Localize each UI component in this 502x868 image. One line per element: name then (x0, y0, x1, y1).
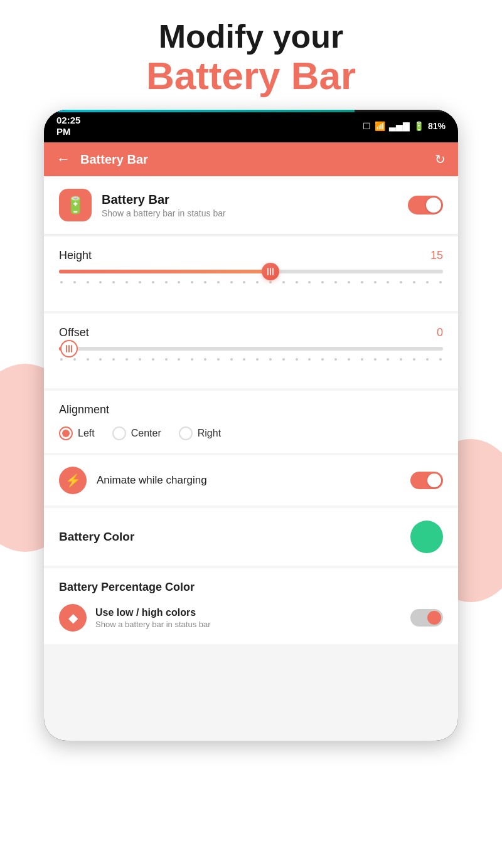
app-toolbar: ← Battery Bar ↻ (44, 142, 458, 176)
battery-bar-desc: Show a battery bar in status bar (102, 208, 408, 218)
status-icons: ☐ 📶 ▃▅▇ 🔋 81% (363, 121, 446, 131)
battery-bar-info: Battery Bar Show a battery bar in status… (102, 193, 408, 218)
battery-color-card[interactable]: Battery Color (44, 508, 458, 566)
animate-label: Animate while charging (97, 474, 400, 487)
use-colors-desc: Show a battery bar in status bar (95, 620, 402, 629)
height-value: 15 (430, 249, 443, 262)
offset-label: Offset (59, 326, 89, 339)
offset-slider-container (59, 347, 443, 366)
battery-bar-fill (44, 110, 355, 112)
animate-icon: ⚡ (65, 473, 81, 488)
offset-setting-section: Offset 0 (44, 314, 458, 388)
battery-color-label: Battery Color (59, 530, 134, 544)
offset-slider-thumb[interactable] (60, 340, 78, 357)
phone-icon: ☐ (363, 121, 371, 131)
status-time: 02:25 PM (56, 115, 80, 137)
slider-thumb-lines (267, 268, 274, 275)
radio-left-outer (59, 426, 73, 440)
phone-frame: 02:25 PM ☐ 📶 ▃▅▇ 🔋 81% ← Battery Bar ↻ 🔋 (44, 110, 458, 741)
radio-center-label: Center (131, 428, 161, 439)
height-slider-dots (59, 278, 443, 283)
use-colors-info: Use low / high colors Show a battery bar… (95, 607, 402, 629)
height-slider-track[interactable] (59, 270, 443, 273)
animate-toggle[interactable] (410, 472, 443, 489)
alignment-section: Alignment Left Center Right (44, 391, 458, 453)
signal-icon: ▃▅▇ (389, 121, 410, 131)
radio-right-label: Right (198, 428, 221, 439)
height-setting-header: Height 15 (59, 249, 443, 262)
use-colors-label: Use low / high colors (95, 607, 402, 618)
radio-right-outer (179, 426, 193, 440)
battery-pct-title: Battery Percentage Color (59, 581, 443, 594)
battery-pct-section: Battery Percentage Color ◆ Use low / hig… (44, 568, 458, 644)
status-bar: 02:25 PM ☐ 📶 ▃▅▇ 🔋 81% (44, 110, 458, 142)
offset-setting-row: Offset 0 (59, 326, 443, 366)
colors-icon: ◆ (68, 610, 78, 625)
height-slider-fill (59, 270, 270, 273)
wifi-icon: 📶 (375, 121, 385, 131)
radio-left[interactable]: Left (59, 426, 95, 440)
offset-slider-thumb-lines (66, 345, 72, 352)
radio-group: Left Center Right (59, 426, 443, 440)
radio-right[interactable]: Right (179, 426, 221, 440)
back-button[interactable]: ← (56, 151, 70, 167)
height-label: Height (59, 249, 92, 262)
radio-left-inner (62, 430, 70, 437)
battery-bar-toggle[interactable] (408, 196, 443, 214)
height-setting-row: Height 15 (59, 249, 443, 288)
battery-color-circle[interactable] (410, 521, 443, 553)
header-title-line1: Modify your (13, 19, 489, 55)
battery-icon: 🔋 (414, 121, 424, 131)
battery-bar-card: 🔋 Battery Bar Show a battery bar in stat… (44, 176, 458, 234)
refresh-button[interactable]: ↻ (435, 152, 446, 167)
battery-bar-indicator (44, 110, 458, 112)
header-title-line2: Battery Bar (13, 55, 489, 97)
battery-bar-label: Battery Bar (102, 193, 408, 207)
header-section: Modify your Battery Bar (0, 0, 502, 110)
offset-setting-header: Offset 0 (59, 326, 443, 339)
animate-icon-circle: ⚡ (59, 467, 87, 494)
offset-slider-dots (59, 356, 443, 361)
use-colors-toggle[interactable] (410, 609, 443, 627)
height-slider-thumb[interactable] (262, 263, 279, 280)
battery-icon-circle: 🔋 (59, 189, 92, 221)
toolbar-title: Battery Bar (80, 152, 435, 167)
battery-icon: 🔋 (65, 196, 85, 215)
radio-center-outer (112, 426, 126, 440)
offset-value: 0 (437, 326, 443, 339)
radio-left-label: Left (78, 428, 95, 439)
battery-percentage: 81% (428, 121, 446, 131)
offset-slider-track[interactable] (59, 347, 443, 351)
use-colors-icon: ◆ (59, 604, 87, 632)
use-colors-row: ◆ Use low / high colors Show a battery b… (59, 604, 443, 632)
phone-content: 🔋 Battery Bar Show a battery bar in stat… (44, 176, 458, 741)
radio-center[interactable]: Center (112, 426, 161, 440)
animate-row: ⚡ Animate while charging (44, 455, 458, 505)
phone-mockup: 02:25 PM ☐ 📶 ▃▅▇ 🔋 81% ← Battery Bar ↻ 🔋 (44, 110, 458, 741)
height-slider-container (59, 270, 443, 288)
alignment-label: Alignment (59, 403, 443, 416)
height-setting-section: Height 15 (44, 236, 458, 311)
